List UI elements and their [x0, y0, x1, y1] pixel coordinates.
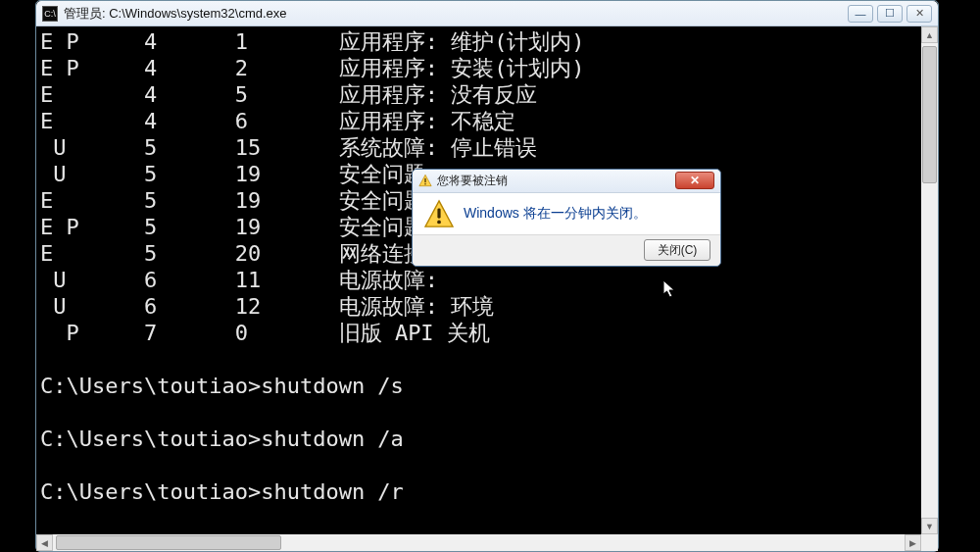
console-output[interactable]: E P 4 1 应用程序: 维护(计划内) E P 4 2 应用程序: 安装(计… — [36, 26, 921, 534]
scroll-down-arrow[interactable]: ▼ — [921, 518, 938, 534]
window-title: 管理员: C:\Windows\system32\cmd.exe — [64, 5, 848, 23]
horizontal-scrollbar[interactable]: ◀ ▶ — [36, 534, 921, 551]
scrollbar-corner — [921, 534, 938, 551]
maximize-button[interactable]: ☐ — [877, 5, 903, 23]
svg-rect-4 — [437, 208, 440, 218]
warning-small-icon — [418, 174, 432, 187]
cmd-window: C:\ 管理员: C:\Windows\system32\cmd.exe — ☐… — [35, 0, 939, 552]
scroll-left-arrow[interactable]: ◀ — [36, 534, 53, 551]
scroll-up-arrow[interactable]: ▲ — [921, 26, 938, 43]
svg-rect-2 — [424, 183, 425, 184]
dialog-message: Windows 将在一分钟内关闭。 — [464, 205, 647, 223]
dialog-ok-button[interactable]: 关闭(C) — [644, 239, 710, 261]
svg-rect-1 — [424, 178, 425, 182]
dialog-titlebar[interactable]: 您将要被注销 ✕ — [413, 170, 720, 193]
vscroll-thumb[interactable] — [922, 46, 937, 183]
dialog-footer: 关闭(C) — [413, 235, 720, 266]
shutdown-dialog: 您将要被注销 ✕ Windows 将在一分钟内关闭。 关闭(C) — [412, 169, 721, 267]
dialog-body: Windows 将在一分钟内关闭。 — [413, 193, 720, 235]
close-button[interactable]: ✕ — [906, 5, 932, 23]
vertical-scrollbar[interactable]: ▲ ▼ — [921, 26, 938, 534]
hscroll-thumb[interactable] — [56, 535, 281, 550]
titlebar[interactable]: C:\ 管理员: C:\Windows\system32\cmd.exe — ☐… — [36, 1, 938, 26]
minimize-button[interactable]: — — [848, 5, 873, 23]
cmd-icon: C:\ — [42, 6, 58, 22]
svg-point-5 — [437, 220, 441, 224]
dialog-close-button[interactable]: ✕ — [675, 172, 714, 189]
warning-icon — [424, 199, 454, 228]
window-buttons: — ☐ ✕ — [848, 5, 932, 23]
window-content: E P 4 1 应用程序: 维护(计划内) E P 4 2 应用程序: 安装(计… — [36, 26, 938, 551]
scroll-right-arrow[interactable]: ▶ — [905, 534, 921, 551]
hscroll-track[interactable] — [53, 534, 905, 551]
vscroll-track[interactable] — [921, 43, 938, 518]
dialog-title: 您将要被注销 — [437, 173, 675, 189]
